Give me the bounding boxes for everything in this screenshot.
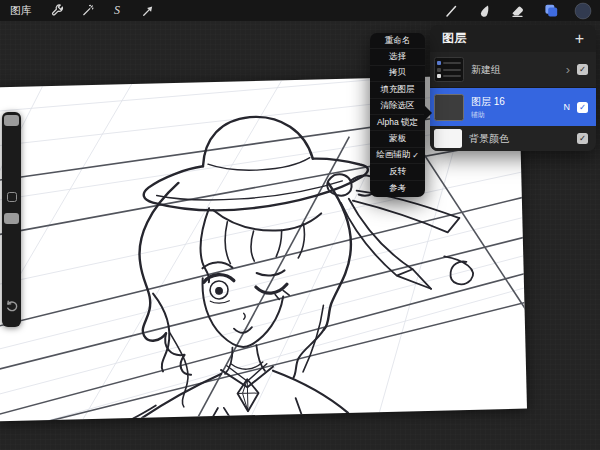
eraser-icon[interactable] <box>506 2 528 20</box>
layer-thumbnail <box>434 94 464 121</box>
undo-icon[interactable] <box>4 299 19 314</box>
layer-name: 背景颜色 <box>469 132 509 146</box>
menu-label: 清除选区 <box>381 100 415 112</box>
menu-item-mask[interactable]: 蒙板 <box>370 131 425 147</box>
menu-label: 蒙板 <box>389 133 406 145</box>
background-thumbnail <box>434 129 462 148</box>
group-thumbnail <box>434 57 464 82</box>
wrench-icon[interactable] <box>46 2 68 20</box>
transform-arrow-icon[interactable] <box>136 2 158 20</box>
menu-label: 拷贝 <box>389 67 406 79</box>
menu-label: 反转 <box>389 166 406 178</box>
adjustments-wand-icon[interactable] <box>76 2 98 20</box>
selection-s-icon[interactable]: S <box>106 2 128 20</box>
menu-item-reference[interactable]: 参考 <box>370 181 425 197</box>
layer-name: 图层 16 <box>471 95 505 109</box>
add-layer-button[interactable]: + <box>575 31 584 47</box>
menu-item-select[interactable]: 选择 <box>370 49 425 65</box>
layers-panel: 图层 + 新建组 › ✓ 图层 16 辅助 N <box>430 25 596 151</box>
layer-name: 新建组 <box>471 63 501 77</box>
brush-sidebar <box>2 112 21 327</box>
brush-size-slider[interactable] <box>4 115 19 126</box>
menu-label: Alpha 锁定 <box>377 117 418 129</box>
menu-item-copy[interactable]: 拷贝 <box>370 66 425 82</box>
layer-subtitle: 辅助 <box>471 110 505 120</box>
menu-item-drawing-assist[interactable]: 绘画辅助 ✓ <box>370 148 425 164</box>
layer-row-selected[interactable]: 图层 16 辅助 N ✓ <box>430 88 596 126</box>
menu-label: 选择 <box>389 51 406 63</box>
menu-item-clear-selection[interactable]: 清除选区 <box>370 99 425 115</box>
visibility-checkbox[interactable]: ✓ <box>577 133 588 144</box>
blend-mode-badge[interactable]: N <box>564 102 571 112</box>
menu-callout-arrow <box>424 105 432 121</box>
menu-label: 绘画辅助 <box>376 149 410 161</box>
menu-item-fill-layer[interactable]: 填充图层 <box>370 82 425 98</box>
layer-context-menu: 重命名 选择 拷贝 填充图层 清除选区 Alpha 锁定 蒙板 绘画辅助 ✓ 反… <box>370 33 425 197</box>
menu-label: 重命名 <box>385 35 411 47</box>
check-icon: ✓ <box>412 151 419 160</box>
chevron-right-icon[interactable]: › <box>566 64 570 76</box>
top-toolbar: 图库 S <box>0 0 600 21</box>
visibility-checkbox[interactable]: ✓ <box>577 102 588 113</box>
menu-item-alpha-lock[interactable]: Alpha 锁定 <box>370 115 425 131</box>
menu-item-rename[interactable]: 重命名 <box>370 33 425 49</box>
procreate-app: 图库 S <box>0 0 600 450</box>
visibility-checkbox[interactable]: ✓ <box>577 64 588 75</box>
layers-icon[interactable] <box>539 2 561 20</box>
smudge-icon[interactable] <box>473 2 495 20</box>
menu-label: 参考 <box>389 183 406 195</box>
layer-row-background[interactable]: 背景颜色 ✓ <box>430 126 596 151</box>
color-swatch[interactable] <box>572 2 594 20</box>
layer-row-group[interactable]: 新建组 › ✓ <box>430 52 596 88</box>
opacity-slider[interactable] <box>4 213 19 224</box>
menu-label: 填充图层 <box>381 84 415 96</box>
layers-header: 图层 + <box>430 25 596 52</box>
modify-button[interactable] <box>7 192 17 202</box>
gallery-button[interactable]: 图库 <box>10 4 32 18</box>
layers-title: 图层 <box>442 30 467 47</box>
menu-item-invert[interactable]: 反转 <box>370 164 425 180</box>
brush-icon[interactable] <box>440 2 462 20</box>
